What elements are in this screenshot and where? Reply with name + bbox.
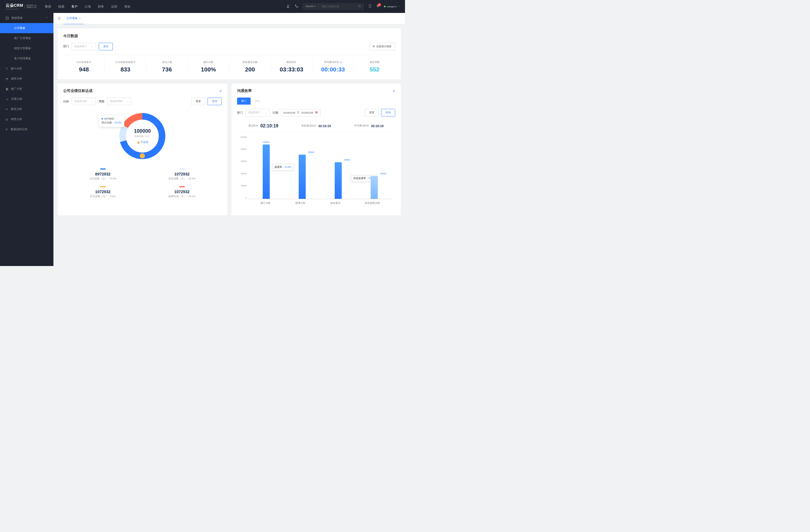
donut-chart: 100000 目标总量（元） 👍 已达成 1072932 所占比例：70.9% <box>117 111 168 161</box>
sidebar-item[interactable]: 销售主管看板 <box>0 43 53 53</box>
top-header: 云朵CRM www.yunduocrm.com 教育机构一站式服务云平台 数据线… <box>0 0 405 13</box>
chevron-up-icon: ⌃ <box>46 17 48 20</box>
kpi-item: 成交单数552 <box>354 59 395 74</box>
seg-tab-dept[interactable]: 部门 <box>237 98 250 105</box>
nav-item[interactable]: 线索 <box>58 0 64 13</box>
menu-icon: ▽ <box>6 67 8 70</box>
kpi-item: 回访人数736 <box>146 59 188 74</box>
sidebar-item[interactable]: ▦推广分析 <box>0 84 53 94</box>
search-icon[interactable] <box>355 5 364 8</box>
target-select[interactable]: 请选择目标⌄ <box>72 98 96 105</box>
help-icon[interactable]: ⓘ <box>340 61 342 64</box>
search-input[interactable] <box>319 5 355 8</box>
sidebar-group-dashboard[interactable]: 数据看板 ⌃ <box>0 13 53 23</box>
search-type-select[interactable]: 手机号码▾ <box>303 3 319 10</box>
nav-item[interactable]: 运营 <box>111 0 117 13</box>
period-select[interactable]: 请选择周期⌄ <box>107 98 131 105</box>
sidebar-item[interactable]: ▽漏斗分析 <box>0 64 53 74</box>
svg-point-1 <box>358 5 360 7</box>
chart-bar: 29000 <box>335 162 342 199</box>
x-axis-label: 接通次数 <box>295 201 305 205</box>
svg-point-8 <box>140 153 145 158</box>
sidebar-item[interactable]: ☺访客分析 <box>0 94 53 104</box>
sidebar-item[interactable]: 推广主管看板 <box>0 33 53 43</box>
sidebar: 数据看板 ⌃ 公司看板推广主管看板销售主管看板客户经理看板 ▽漏斗分析◔成本分析… <box>0 13 53 266</box>
kpi-item: 平均通话时长ⓘ00:00:33 <box>312 59 354 74</box>
card-title: 今日数据 <box>63 33 78 38</box>
sidebar-item[interactable]: ↻数据流转记录 <box>0 124 53 134</box>
nav-item[interactable]: 财务 <box>98 0 104 13</box>
dept-select[interactable]: 请选择部门⌄ <box>72 43 96 50</box>
calendar-icon: 📅 <box>315 111 318 114</box>
settings-kpi-button[interactable]: ⚙ 设置显示指标 <box>369 43 395 50</box>
time-stat: 平均通话时长02:10:19 <box>343 123 395 129</box>
close-icon[interactable]: ✕ <box>79 17 81 20</box>
menu-icon: ▦ <box>6 87 8 90</box>
x-axis-label: 有效通话 <box>330 201 340 205</box>
kpi-item: 拨打次数100% <box>188 59 229 74</box>
x-axis-label: 拨打次数 <box>260 201 271 205</box>
goal-card: 公司业绩目标达成 ⤢ 目标 请选择目标⌄ 周期 请选择周期⌄ 重置 查询 <box>58 84 227 215</box>
chart-bar: 43000 <box>263 145 270 199</box>
chart-bar: 35000 <box>299 155 306 199</box>
top-nav: 数据线索客户公海财务运营报名 <box>45 0 286 13</box>
dept-select[interactable]: 请选择部门⌄ <box>245 109 270 116</box>
svg-point-0 <box>287 5 289 6</box>
date-range-input[interactable]: 2018/01/08 至 2018/01/08 📅 <box>281 109 321 116</box>
sidebar-item[interactable]: 客户经理看板 <box>0 53 53 64</box>
reset-button[interactable]: 重置 <box>365 109 379 116</box>
stat-item: 1072932未完成量（元）20.9% <box>142 166 221 183</box>
sidebar-item[interactable]: ◎销售分析 <box>0 114 53 124</box>
add-user-icon[interactable] <box>286 4 290 9</box>
chart-tooltip: 接通率：70.9% <box>272 164 294 171</box>
thumbs-up-icon: 👍 <box>137 141 140 144</box>
menu-icon: ◔ <box>6 77 8 80</box>
tab-company-board[interactable]: 公司看板 ✕ <box>64 13 84 24</box>
main-content: ☰ 公司看板 ✕ 今日数据 部门 请选择部门⌄ 查询 ⚙ <box>53 13 405 266</box>
tabs-bar: ☰ 公司看板 ✕ <box>53 13 405 24</box>
reset-button[interactable]: 重置 <box>191 98 205 105</box>
query-button[interactable]: 查询 <box>99 43 113 50</box>
sidebar-item[interactable]: ⚭渠道分析 <box>0 104 53 114</box>
chart-tooltip: 1072932 所占比例：70.9% <box>99 115 124 127</box>
logo: 云朵CRM www.yunduocrm.com 教育机构一站式服务云平台 <box>6 3 36 10</box>
nav-item[interactable]: 报名 <box>124 0 130 13</box>
menu-icon: ◎ <box>6 118 8 121</box>
stat-item: 8972932已完成量（元）70.9% <box>63 166 142 183</box>
nav-item[interactable]: 数据 <box>45 0 51 13</box>
today-data-card: 今日数据 部门 请选择部门⌄ 查询 ⚙ 设置显示指标 今日首咨客户948今日有效… <box>58 28 401 79</box>
menu-toggle-icon[interactable]: ☰ <box>58 17 61 20</box>
bar-chart: 50000400003000020000100000 接通率：70.9% 有效接… <box>237 132 395 210</box>
phone-icon[interactable] <box>294 4 298 9</box>
menu-icon: ☺ <box>6 98 9 101</box>
svg-point-3 <box>370 7 370 7</box>
search-box: 手机号码▾ <box>303 3 364 10</box>
chart-bar: 18000 <box>371 176 378 199</box>
time-stat: 通话时长02:10:19 <box>237 123 290 129</box>
kpi-item: 今日首咨客户948 <box>63 59 105 74</box>
stat-item: 1072932超额完成（元）89.9% <box>142 183 221 201</box>
user-menu[interactable]: manager11 ▾ <box>384 5 399 7</box>
mobile-icon[interactable] <box>368 4 372 9</box>
stat-item: 1072932应完成量（元）8.9% <box>63 183 142 201</box>
logo-text: 云朵CRM <box>6 3 23 8</box>
bell-icon[interactable]: 5 <box>376 4 380 9</box>
menu-icon: ↻ <box>6 128 8 131</box>
nav-item[interactable]: 客户 <box>71 0 78 13</box>
sidebar-item[interactable]: ◔成本分析 <box>0 74 53 84</box>
query-button[interactable]: 查询 <box>381 109 395 116</box>
expand-icon[interactable]: ⤢ <box>393 89 395 93</box>
query-button[interactable]: 查询 <box>208 98 222 105</box>
expand-icon[interactable]: ⤢ <box>220 89 222 93</box>
menu-icon: ⚭ <box>6 108 8 111</box>
kpi-item: 今日有效首咨客户833 <box>105 59 147 74</box>
kpi-item: 通话时长03:33:03 <box>271 59 312 74</box>
status-dot-icon <box>384 6 386 7</box>
efficiency-card: 沟通效率 ⤢ 部门 个人 部门 请选择部门⌄ 日期 2018/01/08 至 <box>231 84 401 215</box>
seg-tab-personal[interactable]: 个人 <box>250 98 264 105</box>
x-axis-label: 有效接通次数 <box>365 201 380 205</box>
notification-badge: 5 <box>378 3 381 6</box>
kpi-item: 有效通话次数200 <box>229 59 271 74</box>
sidebar-item[interactable]: 公司看板 <box>0 23 53 33</box>
nav-item[interactable]: 公海 <box>85 0 91 13</box>
